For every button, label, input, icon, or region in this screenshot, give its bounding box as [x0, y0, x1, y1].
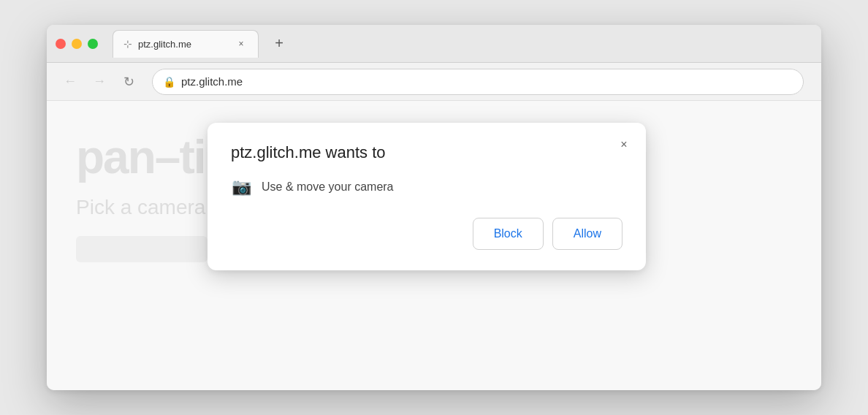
dialog-close-button[interactable]: × — [614, 134, 634, 155]
back-button[interactable]: ← — [58, 70, 82, 94]
tab-title: ptz.glitch.me — [138, 39, 229, 50]
page-bg-title: pan–til — [76, 130, 216, 184]
block-button[interactable]: Block — [473, 218, 544, 250]
page-content: pan–til Pick a camera × ptz.glitch.me wa… — [47, 101, 821, 390]
browser-window: ⊹ ptz.glitch.me × + ← → ↻ 🔒 ptz.glitch.m… — [47, 25, 821, 390]
new-tab-button[interactable]: + — [267, 32, 291, 56]
url-display: ptz.glitch.me — [181, 75, 243, 88]
allow-button[interactable]: Allow — [552, 218, 623, 250]
dialog-actions: Block Allow — [231, 218, 623, 250]
maximize-button[interactable] — [88, 39, 98, 49]
minimize-button[interactable] — [72, 39, 82, 49]
permission-text: Use & move your camera — [262, 180, 394, 194]
address-bar[interactable]: 🔒 ptz.glitch.me — [152, 69, 804, 95]
tab-close-button[interactable]: × — [235, 37, 248, 50]
forward-button[interactable]: → — [88, 70, 111, 94]
page-bg-select — [76, 236, 208, 262]
drag-icon: ⊹ — [123, 38, 132, 50]
title-bar: ⊹ ptz.glitch.me × + — [47, 25, 821, 63]
page-bg-subtitle: Pick a camera — [76, 196, 205, 219]
permission-item: 📷 Use & move your camera — [231, 177, 623, 197]
close-button[interactable] — [56, 39, 66, 49]
traffic-lights — [56, 39, 98, 49]
nav-bar: ← → ↻ 🔒 ptz.glitch.me — [47, 63, 821, 101]
camera-icon: 📷 — [231, 177, 251, 197]
lock-icon: 🔒 — [163, 76, 175, 88]
browser-tab[interactable]: ⊹ ptz.glitch.me × — [113, 30, 259, 58]
permission-dialog: × ptz.glitch.me wants to 📷 Use & move yo… — [208, 123, 646, 270]
dialog-title: ptz.glitch.me wants to — [231, 143, 623, 162]
reload-button[interactable]: ↻ — [117, 70, 140, 94]
